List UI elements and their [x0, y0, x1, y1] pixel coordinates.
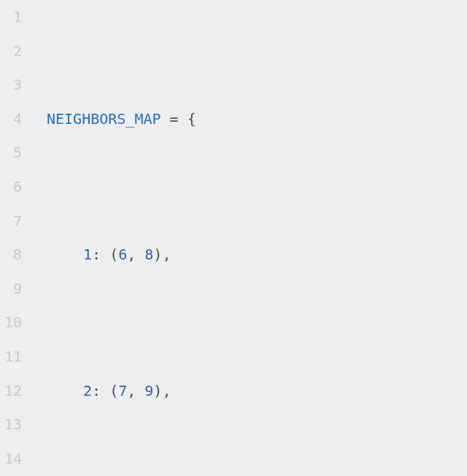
line-number: 4: [0, 102, 26, 136]
line-number: 13: [0, 407, 26, 442]
number: 7: [118, 382, 127, 399]
code-line: 2: (7, 9),: [47, 374, 373, 408]
code-block: 1 2 3 4 5 6 7 8 9 10 11 12 13 14 NEIGHBO…: [0, 0, 467, 476]
number: 9: [144, 382, 153, 399]
line-number-gutter: 1 2 3 4 5 6 7 8 9 10 11 12 13 14: [0, 0, 26, 476]
line-number: 14: [0, 442, 26, 476]
number: 8: [144, 246, 153, 263]
line-number: 2: [0, 34, 26, 69]
punct: ,: [127, 246, 144, 263]
line-number: 9: [0, 272, 26, 306]
punct: ,: [127, 382, 144, 399]
line-number: 7: [0, 204, 26, 238]
punct: : (: [92, 246, 118, 263]
line-number: 11: [0, 340, 26, 374]
number: 2: [83, 382, 92, 399]
punct: ),: [153, 382, 171, 399]
line-number: 5: [0, 136, 26, 170]
punct: ),: [153, 246, 171, 263]
identifier: NEIGHBORS_MAP: [47, 110, 161, 128]
line-number: 6: [0, 170, 26, 204]
code-line: NEIGHBORS_MAP = {: [47, 102, 373, 136]
code-line: 1: (6, 8),: [47, 238, 373, 272]
number: 1: [83, 246, 92, 263]
line-number: 3: [0, 68, 26, 102]
punct: = {: [161, 110, 196, 128]
line-number: 12: [0, 374, 26, 408]
punct: : (: [92, 382, 118, 399]
line-number: 10: [0, 305, 26, 340]
number: 6: [118, 246, 127, 263]
code-content: NEIGHBORS_MAP = { 1: (6, 8), 2: (7, 9), …: [26, 0, 373, 476]
line-number: 1: [0, 0, 26, 34]
line-number: 8: [0, 238, 26, 272]
